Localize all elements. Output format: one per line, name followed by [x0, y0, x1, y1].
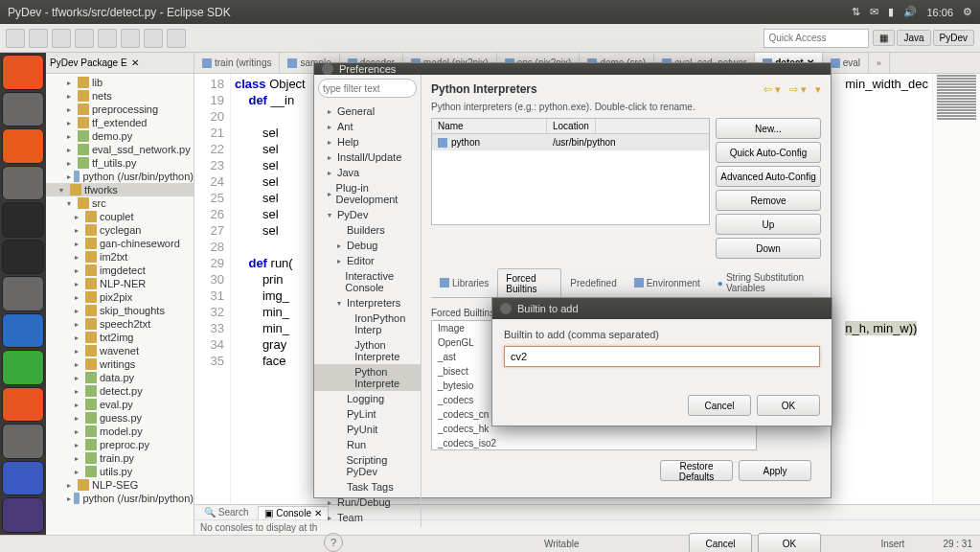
pref-nav-arrows[interactable]: ⇦ ▾ ⇨ ▾ ▾ [763, 82, 821, 96]
interpreter-subtab[interactable]: Predefined [561, 268, 625, 297]
tree-node[interactable]: ▸skip_thoughts [46, 304, 194, 317]
search-button[interactable] [121, 29, 140, 48]
tree-node[interactable]: ▸imgdetect [46, 264, 194, 277]
dash-icon[interactable] [2, 55, 44, 90]
pref-tree-node[interactable]: ▸Ant [314, 119, 421, 134]
tree-node[interactable]: ▸NLP-SEG [46, 478, 194, 492]
tree-node[interactable]: ▾src [46, 196, 194, 210]
terminal-icon[interactable] [2, 240, 44, 275]
pref-tree-node[interactable]: ▸General [314, 104, 421, 119]
writer-icon[interactable] [2, 313, 44, 349]
pref-tree-node[interactable]: Run [314, 437, 421, 452]
tree-node[interactable]: ▸speech2txt [46, 317, 194, 331]
pref-tree[interactable]: ▸General▸Ant▸Help▸Install/Update▸Java▸Pl… [314, 102, 421, 527]
tree-node[interactable]: ▸train.py [46, 451, 194, 465]
battery-icon[interactable]: ▮ [888, 6, 894, 18]
pref-tree-node[interactable]: ▸Editor [314, 253, 421, 268]
mail-icon[interactable]: ✉ [870, 6, 878, 18]
preferences-titlebar[interactable]: Preferences [314, 63, 831, 75]
draw-icon[interactable] [2, 276, 44, 311]
package-tree[interactable]: ▸lib▸nets▸preprocessing▸tf_extended▸demo… [46, 74, 194, 535]
gear-icon[interactable]: ⚙ [963, 6, 972, 18]
builtin-ok-button[interactable]: OK [757, 395, 820, 416]
editor-tab[interactable]: train (writings [194, 53, 280, 73]
pref-tree-node[interactable]: PyUnit [314, 422, 421, 437]
app-icon[interactable] [2, 461, 44, 496]
tree-node[interactable]: ▸python (/usr/bin/python) [46, 170, 194, 183]
close-window-icon[interactable] [322, 63, 333, 75]
pref-ok-button[interactable]: OK [758, 533, 821, 552]
new-button[interactable] [6, 29, 25, 48]
calc-icon[interactable] [2, 350, 44, 385]
tree-node[interactable]: ▸preproc.py [46, 438, 194, 451]
pref-tree-node[interactable]: ▸Team [314, 510, 421, 525]
pref-tree-node[interactable]: ▸Install/Update [314, 150, 421, 165]
pref-tree-node[interactable]: Scripting PyDev [314, 452, 421, 479]
up-button[interactable]: Up [716, 214, 821, 235]
tree-node[interactable]: ▸detect.py [46, 384, 194, 398]
tree-node[interactable]: ▸data.py [46, 371, 194, 384]
quick-auto-config-button[interactable]: Quick Auto-Config [716, 142, 821, 163]
tree-node[interactable]: ▸writings [46, 357, 194, 371]
pref-tree-node[interactable]: PyLint [314, 406, 421, 422]
pref-tree-node[interactable]: Builders [314, 222, 421, 238]
apply-button[interactable]: Apply [739, 460, 811, 481]
tree-node[interactable]: ▸model.py [46, 425, 194, 438]
close-window-icon[interactable] [500, 303, 512, 314]
pref-tree-node[interactable]: Jython Interprete [314, 337, 421, 364]
tree-node[interactable]: ▾tfworks [46, 183, 194, 196]
interpreter-subtab[interactable]: Environment [626, 268, 709, 297]
pref-tree-node[interactable]: Python Interprete [314, 364, 421, 391]
table-row[interactable]: python/usr/bin/python [432, 134, 709, 150]
help-icon[interactable]: ? [324, 533, 343, 552]
builtin-titlebar[interactable]: Builtin to add [492, 298, 832, 319]
pref-tree-node[interactable]: Logging [314, 391, 421, 406]
pref-tree-node[interactable]: IronPython Interp [314, 310, 421, 337]
pref-tree-node[interactable]: ▸Help [314, 134, 421, 150]
builtin-input[interactable] [504, 346, 820, 367]
tree-node[interactable]: ▸preprocessing [46, 103, 194, 116]
close-icon[interactable]: ✕ [131, 58, 139, 68]
tree-node[interactable]: ▸eval.py [46, 398, 194, 411]
builtin-cancel-button[interactable]: Cancel [688, 395, 751, 416]
tree-node[interactable]: ▸python (/usr/bin/python) [46, 492, 194, 505]
files-icon[interactable] [2, 92, 44, 127]
tree-node[interactable]: ▸gan-chineseword [46, 237, 194, 250]
ext-tools-button[interactable] [98, 29, 117, 48]
pref-tree-node[interactable]: ▸Debug [314, 238, 421, 253]
list-item[interactable]: _codecs_iso2 [432, 436, 756, 450]
pref-tree-node[interactable]: ▸Java [314, 165, 421, 180]
sound-icon[interactable]: 🔊 [903, 6, 917, 18]
tree-node[interactable]: ▸im2txt [46, 250, 194, 264]
search-tab[interactable]: 🔍 Search [198, 506, 254, 518]
run-button[interactable] [75, 29, 94, 48]
outline-ruler[interactable] [932, 74, 980, 504]
tree-node[interactable]: ▸cyclegan [46, 223, 194, 237]
tree-node[interactable]: ▸guess.py [46, 411, 194, 425]
tree-node[interactable]: ▸lib [46, 76, 194, 89]
pref-tree-node[interactable]: ▸Plug-in Development [314, 180, 421, 207]
pref-tree-node[interactable]: Task Tags [314, 479, 421, 494]
settings-icon[interactable] [2, 424, 44, 459]
firefox-icon[interactable] [2, 128, 44, 164]
interpreter-subtab[interactable]: ● String Substitution Variables [709, 268, 821, 297]
tree-node[interactable]: ▸wavenet [46, 344, 194, 357]
open-perspective-button[interactable]: ▦ [873, 30, 895, 46]
network-icon[interactable]: ⇅ [852, 6, 860, 18]
tree-node[interactable]: ▸eval_ssd_network.py [46, 143, 194, 156]
tree-node[interactable]: ▸utils.py [46, 465, 194, 478]
pref-cancel-button[interactable]: Cancel [689, 533, 752, 552]
pydev-perspective[interactable]: PyDev [933, 30, 974, 46]
tabs-overflow[interactable]: » [869, 53, 890, 73]
tree-node[interactable]: ▸txt2img [46, 331, 194, 344]
remove-interpreter-button[interactable]: Remove [716, 190, 821, 211]
pref-tree-node[interactable]: ▸Run/Debug [314, 494, 421, 510]
down-button[interactable]: Down [716, 238, 821, 259]
advanced-auto-config-button[interactable]: Advanced Auto-Config [716, 166, 821, 187]
interpreter-subtab[interactable]: Libraries [431, 268, 497, 297]
monitor-icon[interactable] [2, 202, 44, 238]
nav-back-button[interactable] [144, 29, 163, 48]
pref-filter-input[interactable] [318, 79, 417, 98]
java-perspective[interactable]: Java [897, 30, 930, 46]
tree-node[interactable]: ▸couplet [46, 210, 194, 223]
